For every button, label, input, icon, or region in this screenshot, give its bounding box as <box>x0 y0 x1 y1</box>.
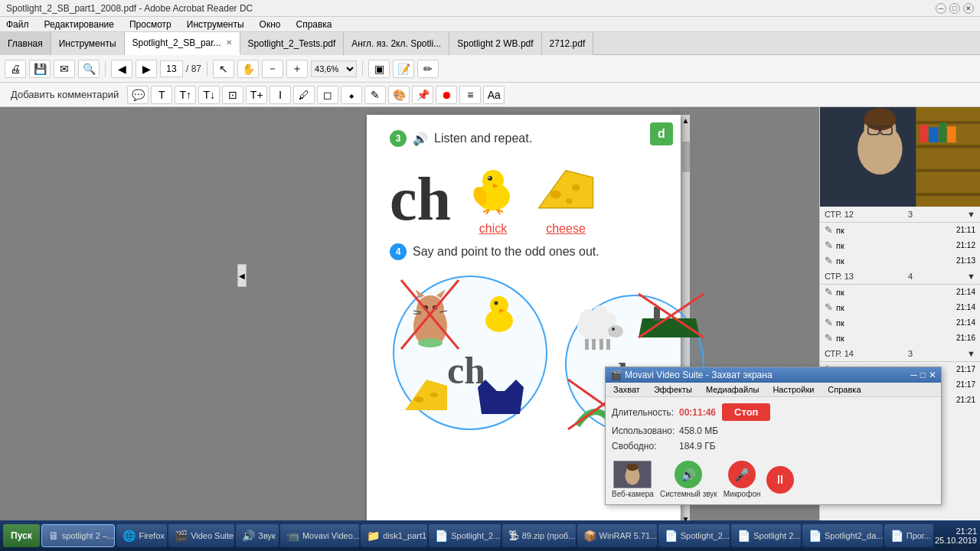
movavi-menu-effects[interactable]: Эффекты <box>651 384 695 395</box>
text-tool2-btn[interactable]: T↓ <box>198 86 220 104</box>
pause-btn[interactable]: ⏸ <box>766 466 794 494</box>
comment-btn[interactable]: 💬 <box>127 86 149 104</box>
view-mode-button[interactable]: ▣ <box>368 60 390 78</box>
font-btn[interactable]: Aa <box>483 86 505 104</box>
system-sound-btn[interactable]: 🔊 <box>675 461 702 488</box>
movavi-maximize-btn[interactable]: □ <box>920 370 926 380</box>
rp-time-2111: 21:11 <box>956 226 975 234</box>
stamp-btn[interactable]: ⬥ <box>341 86 362 104</box>
pen-btn[interactable]: 🖊 <box>293 86 315 104</box>
taskbar-item-sound[interactable]: 🔊 Звук <box>236 524 279 547</box>
cursor-tool[interactable]: ↖ <box>213 60 234 78</box>
section-str14-label: СТР. 14 <box>825 349 854 358</box>
maximize-button[interactable]: □ <box>949 3 960 14</box>
zoom-select[interactable]: 43,6% 50% 75% 100% <box>311 60 357 77</box>
rp-time-2114c: 21:14 <box>956 318 975 327</box>
tab-angl[interactable]: Англ. яз. 2кл. Spotli... <box>344 32 449 55</box>
close-button[interactable]: ✕ <box>963 3 974 14</box>
panel-toggle-arrow[interactable]: ◀ <box>237 264 247 287</box>
tab-spotlight2-tests[interactable]: Spotlight_2_Tests.pdf <box>240 32 345 55</box>
section-str13-label: СТР. 13 <box>825 272 854 281</box>
save-button[interactable]: 💾 <box>29 60 51 78</box>
mic-btn[interactable]: 🎤 <box>728 461 756 488</box>
taskbar-item-movavi[interactable]: 📹 Movavi Video... <box>280 524 359 547</box>
zoom-in-button[interactable]: ＋ <box>286 60 308 78</box>
movavi-minimize-btn[interactable]: ─ <box>910 370 917 380</box>
highlight-btn[interactable]: ✎ <box>364 86 386 104</box>
zoom-out-button[interactable]: － <box>262 60 283 78</box>
prev-page-button[interactable]: ◀ <box>111 60 132 78</box>
svg-rect-46 <box>599 339 603 350</box>
text-box-btn[interactable]: ⊡ <box>222 86 243 104</box>
pin-btn[interactable]: 📌 <box>412 86 433 104</box>
text-tool3-btn[interactable]: T+ <box>246 86 267 104</box>
menu-tools[interactable]: Инструменты <box>184 18 247 31</box>
email-button[interactable]: ✉ <box>54 60 75 78</box>
tab-wb[interactable]: Spotlight 2 WB.pdf <box>449 32 541 55</box>
taskbar-item-video-suite[interactable]: 🎬 Video Suite <box>168 524 234 547</box>
taskbar-item-spotlight4[interactable]: 📄 Spotlight 2... <box>731 524 801 547</box>
movavi-menu-media[interactable]: Медиафайлы <box>703 384 762 395</box>
taskbar-item-winrar[interactable]: 📦 WinRAR 5.71... <box>577 524 657 547</box>
tab-spotlight2-sb[interactable]: Spotlight_2_SB_par... ✕ <box>125 32 240 55</box>
taskbar-item-zip[interactable]: 🗜 89.zip (проб... <box>502 524 576 547</box>
app-window: Spotlight_2_SB_part1_2008.pdf - Adobe Ac… <box>0 0 980 551</box>
tab-2712[interactable]: 2712.pdf <box>542 32 594 55</box>
menu-edit[interactable]: Редактирование <box>41 18 117 31</box>
text-highlight-btn[interactable]: T <box>151 86 172 104</box>
system-sound-label: Системный звук <box>660 490 717 498</box>
svg-point-29 <box>495 302 498 305</box>
menu-view[interactable]: Просмотр <box>126 18 175 31</box>
text-tool4-btn[interactable]: Ⅰ <box>270 86 291 104</box>
menu-file[interactable]: Файл <box>3 18 32 31</box>
color-btn[interactable]: 🎨 <box>388 86 410 104</box>
taskbar-item-prog[interactable]: 📄 Прог... <box>884 524 933 547</box>
menu-help[interactable]: Справка <box>292 18 335 31</box>
chick-label: chick <box>466 222 520 236</box>
annotation-button[interactable]: 📝 <box>393 60 414 78</box>
movavi-menu-help[interactable]: Справка <box>825 384 864 395</box>
taskbar-item-firefox[interactable]: 🌐 Firefox <box>116 524 167 547</box>
movavi-menu-settings[interactable]: Настройки <box>769 384 817 395</box>
scroll-thumb[interactable] <box>682 142 690 172</box>
next-page-button[interactable]: ▶ <box>136 60 157 78</box>
scroll-up-btn[interactable]: ▲ <box>681 115 691 126</box>
text-tool-btn[interactable]: T↑ <box>175 86 196 104</box>
search-button[interactable]: 🔍 <box>78 60 100 78</box>
eraser-btn[interactable]: ◻ <box>317 86 338 104</box>
page-number-input[interactable] <box>160 60 183 77</box>
taskbar-item-spotlight[interactable]: 🖥 spotlight 2 –... <box>41 524 116 547</box>
chevron-down-icon-3: ▼ <box>967 349 975 358</box>
record-btn[interactable]: ⏺ <box>436 86 457 104</box>
cheese-item: cheese <box>535 166 596 236</box>
minimize-button[interactable]: ─ <box>936 3 946 14</box>
print-button[interactable]: 🖨 <box>5 60 26 78</box>
svg-rect-71 <box>929 127 939 142</box>
tab-tools[interactable]: Инструменты <box>51 32 125 55</box>
movavi-title-text: Movavi Video Suite - Захват экрана <box>625 370 773 380</box>
section-str14-num: 3 <box>908 349 913 358</box>
edit-icon-3: ✎ <box>825 255 833 266</box>
taskbar-item-spotlight3[interactable]: 📄 Spotlight_2... <box>658 524 730 547</box>
ch-section: ch <box>390 162 658 236</box>
tab-spotlight2-sb-close[interactable]: ✕ <box>226 38 232 47</box>
cheese-illustration <box>535 166 596 216</box>
edit-icon-7: ✎ <box>825 332 833 344</box>
taskbar-firefox-label: Firefox <box>139 531 165 540</box>
edit-icon-2: ✎ <box>825 240 833 251</box>
draw-button[interactable]: ✏ <box>417 60 439 78</box>
taskbar-item-spotlight2[interactable]: 📄 Spotlight_2... <box>429 524 501 547</box>
taskbar-item-spotlight5[interactable]: 📄 Spotlight2_da... <box>802 524 883 547</box>
tab-home[interactable]: Главная <box>0 32 51 55</box>
tab-wb-label: Spotlight 2 WB.pdf <box>457 38 533 49</box>
taskbar-item-disk[interactable]: 📁 disk1_part1 <box>361 524 427 547</box>
svg-point-11 <box>550 191 561 199</box>
start-button[interactable]: Пуск <box>3 524 40 547</box>
menu-window[interactable]: Окно <box>256 18 284 31</box>
hand-tool[interactable]: ✋ <box>237 60 259 78</box>
lines-btn[interactable]: ≡ <box>459 86 481 104</box>
svg-point-17 <box>416 295 444 323</box>
movavi-close-btn[interactable]: ✕ <box>929 370 936 380</box>
movavi-menu-capture[interactable]: Захват <box>610 384 643 395</box>
movavi-stop-button[interactable]: Стоп <box>722 403 770 421</box>
